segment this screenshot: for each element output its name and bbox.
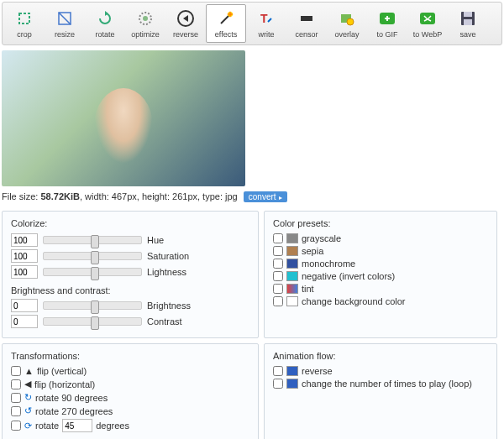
sepia-label: sepia	[302, 246, 323, 256]
panel-presets: Color presets: grayscale sepia monochrom…	[264, 211, 497, 338]
lightness-label: Lightness	[147, 267, 186, 277]
negative-swatch	[286, 271, 298, 281]
hue-input[interactable]	[11, 233, 38, 247]
negative-label: negative (invert colors)	[302, 271, 395, 281]
rot270-icon: ↺	[24, 405, 32, 416]
rotate-icon	[95, 8, 115, 29]
contrast-input[interactable]	[11, 315, 38, 328]
svg-point-9	[347, 18, 354, 25]
presets-title: Color presets:	[273, 218, 488, 228]
save-icon	[458, 8, 478, 29]
overlay-label: overlay	[334, 30, 359, 39]
rot-custom-pre: rotate	[35, 421, 59, 431]
flip-h-checkbox[interactable]	[11, 379, 21, 389]
overlay-button[interactable]: overlay	[327, 4, 367, 43]
grayscale-checkbox[interactable]	[273, 233, 283, 243]
to-gif-label: to GIF	[376, 30, 397, 39]
optimize-icon	[135, 8, 155, 29]
optimize-button[interactable]: optimize	[125, 4, 165, 43]
effects-label: effects	[215, 30, 237, 39]
panel-animation: Animation flow: reverse change the numbe…	[264, 343, 497, 439]
to-gif-button[interactable]: to GIF	[367, 4, 407, 43]
image-preview	[2, 50, 245, 186]
optimize-label: optimize	[131, 30, 160, 39]
censor-button[interactable]: censor	[286, 4, 327, 43]
anim-title: Animation flow:	[273, 351, 488, 361]
brightness-slider[interactable]	[43, 301, 142, 310]
panel-colorize: Colorize: Hue Saturation Lightness Brigh…	[2, 211, 259, 338]
rot270-checkbox[interactable]	[11, 406, 21, 416]
rotate-button[interactable]: rotate	[85, 4, 125, 43]
resize-label: resize	[55, 30, 75, 39]
fileinfo-prefix: File size:	[2, 191, 40, 201]
svg-point-3	[143, 16, 148, 21]
anim-loop-label: change the number of times to play (loop…	[302, 379, 472, 389]
crop-icon	[14, 8, 34, 29]
flip-v-icon: ▲	[24, 366, 34, 376]
write-icon: T	[256, 8, 276, 29]
resize-button[interactable]: resize	[45, 4, 85, 43]
write-label: write	[258, 30, 274, 39]
anim-loop-icon	[286, 379, 298, 389]
to-gif-icon	[377, 8, 397, 29]
resize-icon	[55, 8, 75, 29]
hue-slider[interactable]	[43, 236, 142, 244]
svg-rect-13	[464, 12, 472, 17]
monochrome-swatch	[286, 259, 298, 269]
svg-rect-0	[19, 13, 29, 24]
colorize-title: Colorize:	[11, 218, 249, 228]
to-webp-label: to WebP	[413, 30, 442, 39]
anim-reverse-checkbox[interactable]	[273, 366, 283, 376]
save-button[interactable]: save	[448, 4, 488, 43]
brightness-input[interactable]	[11, 299, 38, 312]
file-info: File size: 58.72KiB, width: 467px, heigh…	[2, 191, 502, 202]
reverse-label: reverse	[173, 30, 198, 39]
crop-label: crop	[17, 30, 32, 39]
convert-button[interactable]: convert	[244, 191, 287, 202]
write-button[interactable]: T write	[246, 4, 286, 43]
censor-label: censor	[295, 30, 318, 39]
tint-label: tint	[302, 284, 314, 294]
sepia-checkbox[interactable]	[273, 246, 283, 256]
anim-loop-checkbox[interactable]	[273, 379, 283, 389]
flip-v-label: flip (vertical)	[37, 366, 87, 376]
change-bg-label: change background color	[302, 296, 406, 306]
rot90-icon: ↻	[24, 392, 32, 403]
to-webp-button[interactable]: to WebP	[407, 4, 448, 43]
flip-v-checkbox[interactable]	[11, 366, 21, 376]
reverse-button[interactable]: reverse	[165, 4, 206, 43]
rot-custom-post: degrees	[96, 421, 129, 431]
negative-checkbox[interactable]	[273, 271, 283, 281]
lightness-input[interactable]	[11, 265, 38, 279]
save-label: save	[459, 30, 475, 39]
grayscale-label: grayscale	[302, 233, 341, 243]
bg-swatch	[286, 296, 298, 306]
rotate-label: rotate	[95, 30, 114, 39]
rot-custom-input[interactable]	[62, 419, 92, 432]
contrast-label: Contrast	[147, 316, 182, 327]
to-webp-icon	[417, 8, 438, 29]
svg-rect-7	[301, 16, 312, 21]
flip-h-label: flip (horizontal)	[34, 379, 95, 389]
rot90-checkbox[interactable]	[11, 393, 21, 403]
lightness-slider[interactable]	[43, 268, 142, 276]
saturation-input[interactable]	[11, 249, 38, 263]
crop-button[interactable]: crop	[4, 4, 45, 43]
grayscale-swatch	[286, 233, 298, 243]
flip-h-icon: ◀	[24, 379, 31, 389]
tint-checkbox[interactable]	[273, 284, 283, 294]
saturation-slider[interactable]	[43, 252, 142, 260]
change-bg-checkbox[interactable]	[273, 296, 283, 306]
contrast-slider[interactable]	[43, 317, 142, 326]
fileinfo-rest: , width: 467px, height: 261px, type: jpg	[80, 191, 238, 201]
svg-rect-14	[464, 19, 472, 25]
anim-reverse-icon	[286, 366, 298, 376]
rot-custom-checkbox[interactable]	[11, 421, 21, 431]
panels: Colorize: Hue Saturation Lightness Brigh…	[0, 211, 504, 439]
reverse-icon	[176, 8, 196, 29]
monochrome-checkbox[interactable]	[273, 259, 283, 269]
fileinfo-size: 58.72KiB	[40, 191, 79, 201]
tint-swatch	[286, 284, 298, 294]
overlay-icon	[337, 8, 357, 29]
effects-button[interactable]: effects	[206, 4, 246, 43]
